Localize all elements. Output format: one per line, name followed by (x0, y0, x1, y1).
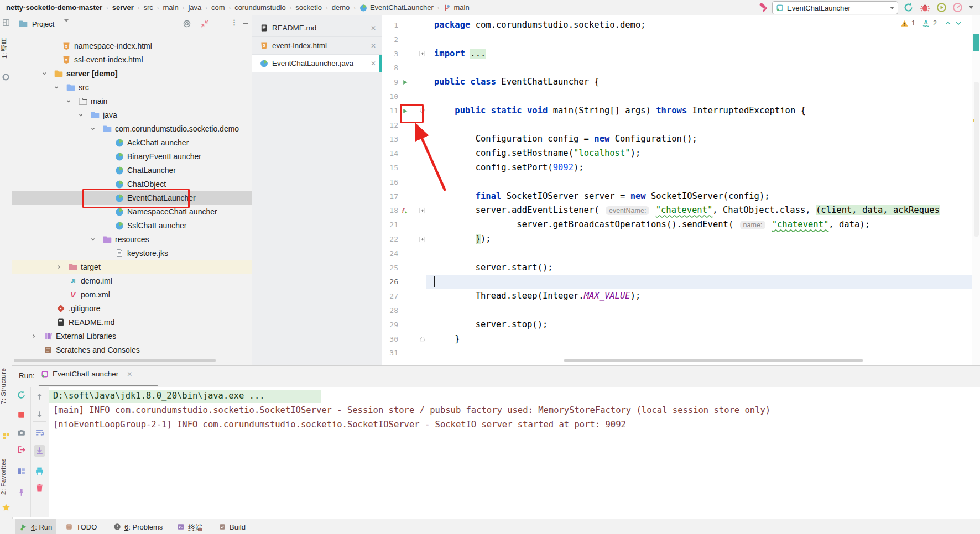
fold-icon[interactable] (419, 236, 425, 242)
chev-open-icon[interactable] (53, 84, 60, 91)
editor-tab-eventchatlauncher-java[interactable]: EventChatLauncher.java✕ (252, 55, 382, 72)
statusbar-tab-终端[interactable]: 终端 (173, 519, 207, 534)
chev-open-icon[interactable] (41, 70, 48, 77)
build-hammer-icon[interactable] (759, 2, 769, 13)
profiler-button[interactable] (952, 2, 963, 13)
breadcrumb-item[interactable]: corundumstudio (233, 3, 288, 12)
editor-horizontal-scrollbar[interactable] (564, 359, 863, 362)
error-stripe[interactable] (972, 15, 980, 365)
prev-issue-icon[interactable] (944, 19, 952, 27)
breadcrumb-item[interactable]: socketio (294, 3, 324, 12)
tree-row-ackchatlauncher[interactable]: AckChatLauncher (12, 135, 252, 149)
tree-row-readme-md[interactable]: README.md (12, 315, 252, 329)
tree-row-namespace-index-html[interactable]: 5namespace-index.html (12, 39, 252, 53)
fold-icon[interactable] (419, 108, 425, 114)
clear-button[interactable] (35, 483, 44, 493)
tree-row-keystore-jks[interactable]: keystore.jks (12, 246, 252, 260)
fold-icon[interactable] (419, 51, 425, 57)
breadcrumb-item[interactable]: java (186, 3, 203, 12)
tree-row-server-demo-[interactable]: server [demo] (12, 66, 252, 80)
chev-open-icon[interactable] (77, 112, 84, 118)
editor-tab-event-index-html[interactable]: 5event-index.html✕ (252, 37, 382, 55)
scrollbar-thumb[interactable] (974, 82, 979, 237)
tree-row-main[interactable]: main (12, 94, 252, 108)
tree-row-chatlauncher[interactable]: ChatLauncher (12, 163, 252, 177)
run-gutter-icon[interactable] (402, 107, 409, 114)
tree-row-scratches-and-consoles[interactable]: Scratches and Consoles (12, 343, 252, 357)
code-editor[interactable]: 1package com.corundumstudio.socketio.dem… (382, 15, 980, 365)
chevron-down-icon[interactable] (969, 6, 973, 9)
run-gutter-icon[interactable] (402, 79, 409, 86)
sidebar-item-structure[interactable]: 7: Structure (0, 357, 12, 415)
sidebar-item-favorites[interactable]: 2: Favorites (0, 452, 12, 501)
snapshot-button[interactable] (17, 428, 26, 437)
chev-open-icon[interactable] (90, 236, 96, 243)
tree-horizontal-scrollbar[interactable] (14, 359, 216, 362)
tree-row-target[interactable]: target (12, 260, 252, 274)
scroll-end-button[interactable] (34, 445, 45, 457)
close-icon[interactable]: ✕ (371, 24, 376, 32)
run-tab[interactable]: EventChatLauncher ✕ (41, 370, 132, 378)
fold-icon[interactable] (419, 336, 425, 342)
inspection-widget[interactable]: 1 A 2 (900, 19, 962, 28)
breadcrumb-item[interactable]: main (441, 3, 471, 12)
tree-row-namespacechatlauncher[interactable]: NamespaceChatLauncher (12, 205, 252, 218)
breadcrumb-item[interactable]: EventChatLauncher (358, 3, 435, 12)
tree-row-com-corundumstudio-socketio-demo[interactable]: com.corundumstudio.socketio.demo (12, 122, 252, 135)
next-issue-icon[interactable] (955, 19, 962, 27)
tree-row--gitignore[interactable]: .gitignore (12, 301, 252, 315)
tree-row-src[interactable]: src (12, 80, 252, 94)
project-stripe-icon[interactable] (2, 19, 10, 27)
editor-tab-readme-md[interactable]: README.md✕ (252, 19, 382, 37)
breadcrumb-item[interactable]: main (161, 3, 180, 12)
close-icon[interactable]: ✕ (127, 370, 132, 378)
fold-icon[interactable] (419, 208, 425, 214)
close-icon[interactable]: ✕ (371, 60, 376, 67)
locate-icon[interactable] (183, 19, 191, 28)
run-button[interactable] (903, 2, 914, 13)
close-icon[interactable]: ✕ (371, 42, 376, 50)
tree-row-binaryeventlauncher[interactable]: BinaryEventLauncher (12, 149, 252, 163)
breadcrumb-item[interactable]: demo (330, 3, 352, 12)
breadcrumb-item[interactable]: server (111, 3, 135, 12)
down-button[interactable] (35, 410, 44, 419)
rerun-button[interactable] (17, 390, 26, 400)
tree-row-eventchatlauncher[interactable]: EventChatLauncher (12, 191, 252, 205)
tree-row-resources[interactable]: resources (12, 232, 252, 246)
stop-button[interactable] (17, 410, 26, 420)
tree-row-demo-iml[interactable]: JIdemo.iml (12, 274, 252, 287)
up-button[interactable] (35, 392, 44, 401)
tree-row-sslchatlauncher[interactable]: SslChatLauncher (12, 218, 252, 232)
maven-stripe-icon[interactable] (2, 73, 10, 81)
tree-row-ssl-event-index-html[interactable]: 5ssl-event-index.html (12, 53, 252, 66)
breadcrumb-item[interactable]: src (142, 3, 155, 12)
tree-row-pom-xml[interactable]: Vpom.xml (12, 287, 252, 301)
debug-button[interactable] (920, 2, 930, 13)
structure-icon[interactable] (2, 432, 10, 440)
breadcrumb-item[interactable]: netty-socketio-demo-master (4, 3, 104, 12)
chev-closed-icon[interactable] (55, 264, 62, 270)
run-console[interactable]: D:\soft\Java\jdk1.8.0_20\bin\java.exe ..… (49, 387, 980, 517)
star-icon[interactable] (2, 503, 11, 512)
collapse-icon[interactable] (200, 19, 209, 28)
hide-panel-icon[interactable] (241, 19, 250, 28)
more-options-icon[interactable]: ⋮ (231, 18, 238, 27)
coverage-button[interactable] (936, 2, 947, 13)
exit-button[interactable] (17, 445, 26, 454)
tree-row-chatobject[interactable]: ChatObject (12, 177, 252, 191)
statusbar-tab-todo[interactable]: TODO (61, 519, 101, 534)
statusbar-tab-build[interactable]: Build (214, 519, 250, 534)
chevron-down-icon[interactable] (64, 19, 69, 22)
statusbar-tab-problems[interactable]: 6: Problems (109, 519, 167, 534)
run-configuration-select[interactable]: EventChatLauncher (772, 1, 898, 14)
breadcrumb-item[interactable]: com (210, 3, 227, 12)
statusbar-tab-run[interactable]: 4: Run (15, 519, 56, 534)
chev-closed-icon[interactable] (30, 333, 37, 339)
print-button[interactable] (35, 467, 44, 476)
tree-row-java[interactable]: java (12, 108, 252, 122)
pin-button[interactable] (17, 488, 26, 497)
tree-row-external-libraries[interactable]: External Libraries (12, 329, 252, 343)
chev-open-icon[interactable] (65, 98, 72, 104)
sidebar-item-project[interactable]: 1: 项目 (0, 30, 12, 66)
layout-button[interactable] (17, 467, 26, 476)
